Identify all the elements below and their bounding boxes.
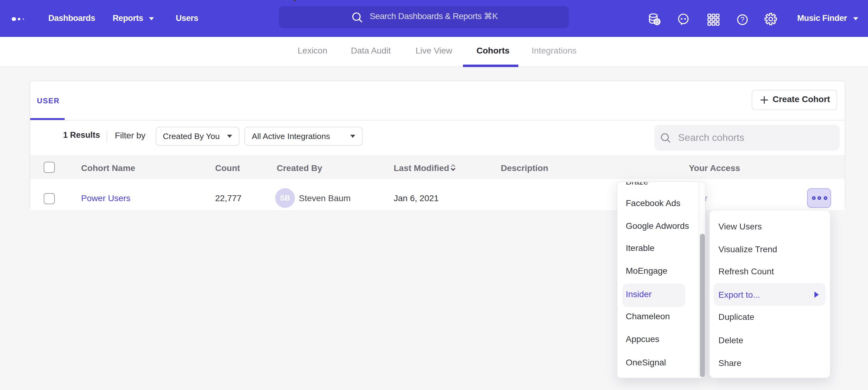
svg-text:?: ? — [740, 15, 744, 23]
